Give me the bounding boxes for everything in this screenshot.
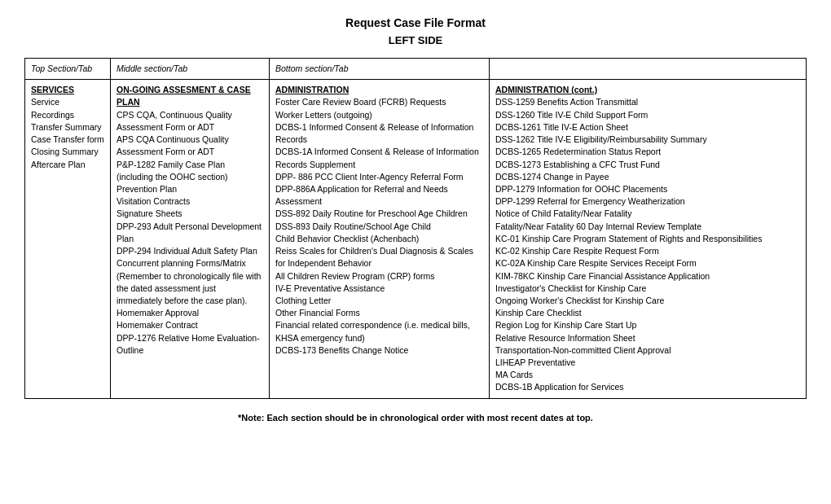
col3-heading: ADMINISTRATION	[275, 85, 349, 94]
col2-item-1: CPS CQA, Continuous Quality Assessment F…	[117, 110, 232, 132]
header-col3: Bottom section/Tab	[270, 59, 490, 80]
page-title: Request Case File Format	[24, 16, 807, 29]
col4-item-16: Investigator's Checklist for Kinship Car…	[495, 283, 646, 293]
col4-item-17: Ongoing Worker's Checklist for Kinship C…	[495, 296, 664, 305]
col4-item-18: Kinship Care Checklist	[495, 308, 582, 318]
col4-item-5: DCBS-1265 Redetermination Status Report	[495, 147, 661, 156]
col2-item-5: Visitation Contracts	[117, 196, 190, 206]
col3-item-3: DCBS-1 Informed Consent & Release of Inf…	[275, 122, 473, 144]
main-table: Top Section/Tab Middle section/Tab Botto…	[24, 58, 807, 399]
col2-item-12: DPP-1276 Relative Home Evaluation-Outlin…	[117, 333, 260, 355]
col3-item-12: IV-E Preventative Assistance	[275, 283, 385, 293]
col2-item-11: Homemaker Contract	[117, 320, 198, 330]
col4-item-19: Region Log for Kinship Care Start Up	[495, 320, 636, 330]
col4-item-6: DCBS-1273 Establishing a CFC Trust Fund	[495, 160, 660, 169]
col4-item-14: KC-02A Kinship Care Respite Services Rec…	[495, 258, 697, 268]
col4-item-3: DCBS-1261 Title IV-E Action Sheet	[495, 122, 628, 132]
col4-item-10: Notice of Child Fatality/Near Fatality	[495, 208, 631, 218]
col3-item-13: Clothing Letter	[275, 296, 331, 305]
header-col4	[490, 59, 807, 80]
col3-item-14: Other Financial Forms	[275, 308, 360, 318]
col4-item-12: KC-01 Kinship Care Program Statement of …	[495, 234, 762, 243]
col1-item-3: Case Transfer form	[31, 134, 104, 144]
col4-item-23: MA Cards	[495, 370, 533, 379]
col2-item-9: Concurrent planning Forms/Matrix (Rememb…	[117, 258, 261, 305]
col4-heading: ADMINISTRATION (cont.)	[495, 85, 597, 94]
col1-item-1: Service Recordings	[31, 97, 74, 119]
col2-item-8: DPP-294 Individual Adult Safety Plan	[117, 246, 257, 256]
col3-item-16: DCBS-173 Benefits Change Notice	[275, 345, 408, 355]
col4-item-1: DSS-1259 Benefits Action Transmittal	[495, 97, 638, 107]
col4-item-20: Relative Resource Information Sheet	[495, 333, 635, 343]
col1-item-4: Closing Summary	[31, 147, 99, 156]
col4-item-9: DPP-1299 Referral for Emergency Weatheri…	[495, 196, 685, 206]
col4-item-24: DCBS-1B Application for Services	[495, 382, 624, 392]
col1-content: SERVICES Service Recordings Transfer Sum…	[25, 80, 111, 398]
col4-item-8: DPP-1279 Information for OOHC Placements	[495, 184, 667, 194]
footer-note: *Note: Each section should be in chronol…	[24, 412, 807, 425]
col4-item-11: Fatality/Near Fatality 60 Day Internal R…	[495, 221, 701, 231]
col3-item-1: Foster Care Review Board (FCRB) Requests	[275, 97, 446, 107]
col2-item-7: DPP-293 Adult Personal Development Plan	[117, 221, 262, 243]
header-col2: Middle section/Tab	[111, 59, 270, 80]
col4-item-22: LIHEAP Preventative	[495, 357, 575, 367]
col3-item-7: DSS-892 Daily Routine for Preschool Age …	[275, 208, 468, 218]
col4-item-21: Transportation-Non-committed Client Appr…	[495, 345, 671, 355]
page-subtitle: LEFT SIDE	[24, 34, 807, 46]
col4-content: ADMINISTRATION (cont.) DSS-1259 Benefits…	[490, 80, 807, 398]
col3-item-6: DPP-886A Application for Referral and Ne…	[275, 184, 448, 206]
col3-item-11: All Children Review Program (CRP) forms	[275, 271, 434, 281]
col4-item-13: KC-02 Kinship Care Respite Request Form	[495, 246, 659, 256]
header-col1: Top Section/Tab	[25, 59, 111, 80]
col3-content: ADMINISTRATION Foster Care Review Board …	[270, 80, 490, 398]
col1-item-5: Aftercare Plan	[31, 160, 86, 169]
col3-item-8: DSS-893 Daily Routine/School Age Child	[275, 221, 431, 231]
col1-item-2: Transfer Summary	[31, 122, 102, 132]
col4-item-7: DCBS-1274 Change in Payee	[495, 172, 609, 182]
col3-item-4: DCBS-1A Informed Consent & Release of In…	[275, 147, 479, 169]
col3-item-15: Financial related correspondence (i.e. m…	[275, 320, 470, 342]
col2-content: ON-GOING ASSESMENT & CASE PLAN CPS CQA, …	[111, 80, 270, 398]
col3-item-10: Reiss Scales for Children's Dual Diagnos…	[275, 246, 473, 268]
col4-item-15: KIM-78KC Kinship Care Financial Assistan…	[495, 271, 710, 281]
col2-item-2: APS CQA Continuous Quality Assessment Fo…	[117, 134, 229, 156]
col3-item-5: DPP- 886 PCC Client Inter-Agency Referra…	[275, 172, 464, 182]
col2-heading: ON-GOING ASSESMENT & CASE PLAN	[117, 85, 251, 107]
col4-item-4: DSS-1262 Title IV-E Eligibility/Reimburs…	[495, 134, 707, 144]
col2-item-4: Prevention Plan	[117, 184, 177, 194]
col1-heading: SERVICES	[31, 85, 74, 94]
col2-item-6: Signature Sheets	[117, 208, 182, 218]
col4-item-2: DSS-1260 Title IV-E Child Support Form	[495, 110, 648, 120]
col2-item-3: P&P-1282 Family Case Plan (including the…	[117, 160, 228, 182]
col2-item-10: Homemaker Approval	[117, 308, 199, 318]
col3-item-9: Child Behavior Checklist (Achenbach)	[275, 234, 419, 243]
col3-item-2: Worker Letters (outgoing)	[275, 110, 372, 120]
